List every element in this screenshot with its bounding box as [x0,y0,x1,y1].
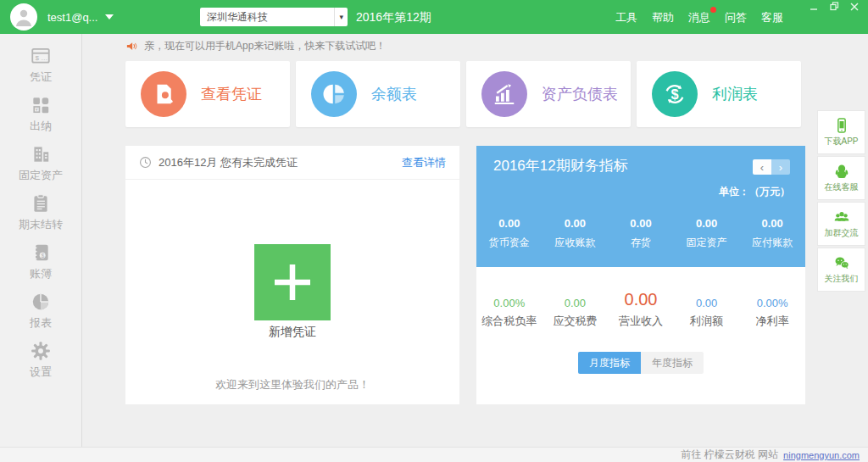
sidebar-item-cashier[interactable]: ¥ 出纳 [30,94,52,143]
notice-text: 亲，现在可以用手机App来记账啦，快来下载试试吧！ [144,39,386,53]
sidebar-item-fixed-assets[interactable]: 固定资产 [19,143,63,192]
website-link[interactable]: ningmengyun.com [783,450,860,460]
download-app-widget[interactable]: 下载APP [817,110,865,154]
ledger-icon: $ [30,242,52,264]
financial-indicator-panel: 2016年12期财务指标 ‹ › 单位：（万元） 0.00 货币资金 0.00 … [476,146,805,404]
secondary-metrics: 0.00% 综合税负率 0.00 应交税费 0.00 营业收入 0.00 利润额… [476,290,805,329]
metric-receivables: 0.00 应收账款 [542,217,609,250]
indicator-tabs: 月度指标 年度指标 [476,352,805,374]
svg-text:¥: ¥ [35,107,38,112]
menu-service[interactable]: 客服 [761,10,783,25]
titlebar: test1@q... 深圳华通科技 ▾ 2016年第12期 工具 帮助 消息 问… [0,0,868,34]
minimize-icon [810,3,818,11]
sidebar-item-voucher[interactable]: $ … 凭证 [30,45,52,94]
metric-cash: 0.00 货币资金 [476,217,542,250]
qq-penguin-icon [833,163,850,180]
group-icon [832,209,851,225]
profit-sheet-card[interactable]: $ 利润表 [637,61,801,127]
online-service-widget[interactable]: 在线客服 [817,156,865,200]
company-name: 深圳华通科技 [207,10,268,25]
voucher-icon: $ … [30,45,52,67]
close-icon [850,3,859,11]
sidebar-item-settings[interactable]: 设置 [30,340,52,389]
wechat-icon [832,254,851,271]
user-name: test1@q... [47,11,97,24]
metric-profit: 0.00 利润额 [674,297,740,329]
restore-button[interactable] [824,0,844,13]
sidebar-item-reports[interactable]: 报表 [30,291,52,340]
svg-text:$: $ [41,253,44,259]
tab-yearly-indicators[interactable]: 年度指标 [641,352,704,374]
metric-inventory: 0.00 存货 [608,217,674,250]
user-menu[interactable]: test1@q... [47,0,114,34]
settings-gear-icon [30,340,52,362]
view-voucher-card[interactable]: 查看凭证 [125,61,290,127]
period-end-icon [30,192,52,214]
sidebar-item-period-end[interactable]: 期末结转 [19,192,63,242]
primary-metrics: 0.00 货币资金 0.00 应收账款 0.00 存货 0.00 固定资产 0.… [476,217,805,250]
metric-revenue: 0.00 营业收入 [608,290,674,329]
chevron-down-icon [105,14,114,19]
indicator-blue-header: 2016年12期财务指标 ‹ › 单位：（万元） 0.00 货币资金 0.00 … [476,146,805,267]
plus-icon [269,259,316,306]
side-widgets: 下载APP 在线客服 加群交流 关注我们 [817,110,865,292]
fixed-assets-icon [30,143,52,165]
metric-tax-payable: 0.00 应交税费 [542,297,609,329]
clock-icon [139,156,152,169]
menu-tools[interactable]: 工具 [615,10,637,25]
reports-icon [30,291,52,313]
speaker-icon [125,40,138,53]
follow-us-widget[interactable]: 关注我们 [817,248,865,292]
prev-period-button[interactable]: ‹ [753,159,771,175]
voucher-panel-header: 2016年12月 您有未完成凭证 查看详情 [125,146,459,180]
profit-sheet-icon: $ [652,71,698,117]
close-button[interactable] [844,0,865,13]
view-detail-link[interactable]: 查看详情 [402,155,446,170]
view-voucher-icon [141,71,186,117]
indicator-title: 2016年12期财务指标 [493,156,628,175]
add-voucher-label: 新增凭证 [125,325,459,340]
menu-messages[interactable]: 消息 [688,10,710,25]
sidebar: $ … 凭证 ¥ 出纳 固定资产 [0,34,82,447]
balance-sheet-icon [311,71,357,117]
user-icon [15,8,32,27]
restore-icon [830,2,839,11]
welcome-text: 欢迎来到这里体验我们的产品！ [125,377,459,392]
window-controls [804,0,865,13]
sidebar-item-ledger[interactable]: $ 账簿 [30,242,52,291]
metric-net-margin: 0.00% 净利率 [739,297,805,329]
metric-payables: 0.00 应付账款 [739,217,805,250]
unit-label: 单位：（万元） [719,185,790,199]
company-select[interactable]: 深圳华通科技 ▾ [200,8,348,26]
footer: 前往 柠檬云财税 网站 ningmengyun.com [0,447,868,462]
notification-dot [710,7,716,13]
unfinished-voucher-text: 2016年12月 您有未完成凭证 [159,155,298,170]
join-group-widget[interactable]: 加群交流 [817,202,865,246]
voucher-panel: 2016年12月 您有未完成凭证 查看详情 新增凭证 欢迎来到这里体验我们的产品… [125,146,459,404]
cashier-icon: ¥ [30,94,52,116]
minimize-button[interactable] [804,0,824,13]
tab-monthly-indicators[interactable]: 月度指标 [578,352,641,374]
svg-text:$: $ [670,86,678,102]
metric-tax-burden-rate: 0.00% 综合税负率 [476,297,542,329]
avatar[interactable] [10,3,37,31]
balance-sheet-card[interactable]: 余额表 [296,61,460,127]
menu-qa[interactable]: 问答 [725,10,747,25]
metric-fixed-assets: 0.00 固定资产 [674,217,740,250]
assets-liabilities-card[interactable]: 资产负债表 [466,61,631,127]
menu-help[interactable]: 帮助 [652,10,674,25]
titlebar-menu: 工具 帮助 消息 问答 客服 [615,10,783,25]
period-pager: ‹ › [753,159,790,175]
app-promo-notice: 亲，现在可以用手机App来记账啦，快来下载试试吧！ [125,39,386,53]
quick-cards: 查看凭证 余额表 资产负债表 [125,61,801,127]
add-voucher-button[interactable] [254,244,331,320]
footer-text: 前往 柠檬云财税 网站 [681,448,778,462]
svg-text:$ …: $ … [36,54,48,62]
next-period-button[interactable]: › [771,159,790,175]
phone-icon [833,117,850,134]
select-arrow-icon: ▾ [334,8,343,26]
assets-liabilities-icon [481,71,527,117]
period-label: 2016年第12期 [356,10,431,25]
